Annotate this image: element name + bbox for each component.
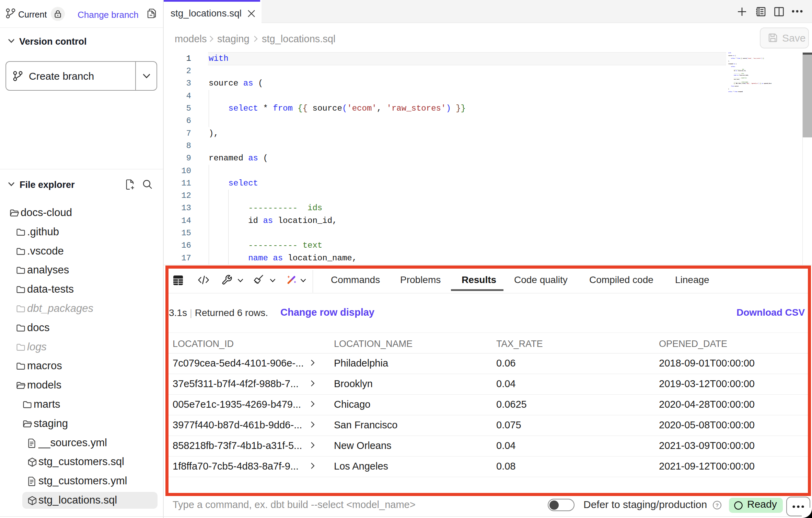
svg-text:?: ?	[716, 502, 719, 508]
